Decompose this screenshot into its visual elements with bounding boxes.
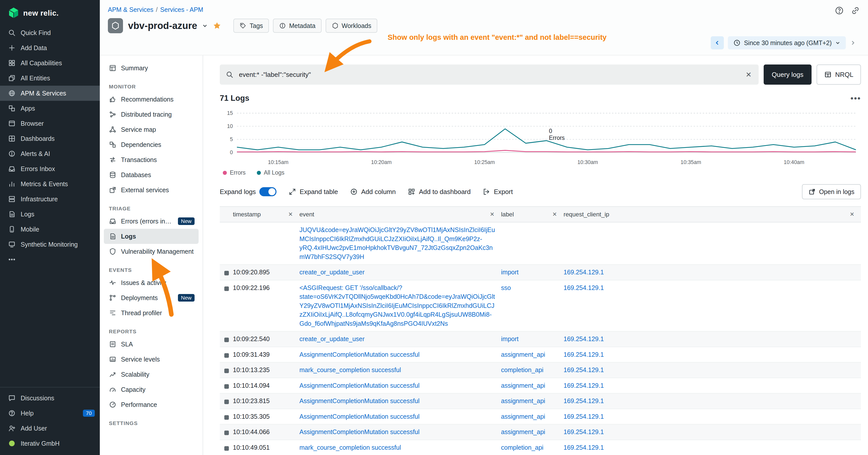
row-checkbox[interactable] xyxy=(224,399,229,404)
add-column-button[interactable]: Add column xyxy=(350,188,396,196)
log-table-row[interactable]: 10:10:14.094AssignmentCompletionMutation… xyxy=(220,378,861,394)
event-cell-link[interactable]: AssignmentCompletionMutation successful xyxy=(300,351,420,358)
time-picker[interactable]: Since 30 minutes ago (GMT+2) xyxy=(728,36,846,50)
event-cell-link[interactable]: create_or_update_user xyxy=(300,335,365,343)
sidebar-item-metrics-events[interactable]: Metrics & Events xyxy=(0,176,100,192)
label-cell-link[interactable]: assignment_api xyxy=(501,428,545,435)
new-relic-logo[interactable]: new relic. xyxy=(0,0,100,25)
log-table-row[interactable]: 10:09:22.540create_or_update_userimport1… xyxy=(220,331,861,347)
label-cell-link[interactable]: assignment_api xyxy=(501,351,545,358)
request-client-ip-cell-link[interactable]: 169.254.129.1 xyxy=(563,335,604,343)
sidebar-item-dashboards[interactable]: Dashboards xyxy=(0,131,100,146)
event-cell-link[interactable]: mark_course_completion successful xyxy=(300,444,401,451)
entity-nav-capacity[interactable]: Capacity xyxy=(104,382,198,397)
entity-nav-databases[interactable]: Databases xyxy=(104,167,198,183)
request-client-ip-cell-link[interactable]: 169.254.129.1 xyxy=(563,428,604,435)
event-cell-link[interactable]: AssignmentCompletionMutation successful xyxy=(300,413,420,420)
entity-nav-logs[interactable]: Logs xyxy=(104,229,198,244)
label-cell-link[interactable]: import xyxy=(501,335,519,343)
request-client-ip-cell-link[interactable]: 169.254.129.1 xyxy=(563,444,604,451)
logs-timeseries-chart[interactable]: 05101510:15am10:20am10:25am10:30am10:35a… xyxy=(220,108,861,167)
request-client-ip-cell-link[interactable]: 169.254.129.1 xyxy=(563,351,604,358)
workloads-button[interactable]: Workloads xyxy=(326,19,377,33)
event-cell-link[interactable]: mark_course_completion successful xyxy=(300,366,401,373)
row-checkbox[interactable] xyxy=(224,384,229,389)
more-options-icon[interactable]: ••• xyxy=(850,96,861,101)
entity-nav-sla[interactable]: SLA xyxy=(104,336,198,352)
open-in-logs-button[interactable]: Open in logs xyxy=(802,184,861,199)
add-to-dashboard-button[interactable]: Add to dashboard xyxy=(408,188,470,196)
entity-nav-dependencies[interactable]: Dependencies xyxy=(104,137,198,152)
entity-nav-recommendations[interactable]: Recommendations xyxy=(104,92,198,107)
sidebar-item-add-data[interactable]: Add Data xyxy=(0,40,100,56)
row-checkbox[interactable] xyxy=(224,368,229,373)
row-checkbox[interactable] xyxy=(224,353,229,358)
row-checkbox[interactable] xyxy=(224,287,229,291)
entity-nav-vulnerability-management[interactable]: Vulnerability Management xyxy=(104,244,198,259)
log-table-row[interactable]: 10:10:44.066AssignmentCompletionMutation… xyxy=(220,424,861,440)
sidebar-item-discussions[interactable]: Discussions xyxy=(0,390,100,405)
sidebar-item-errors-inbox[interactable]: Errors Inbox xyxy=(0,161,100,176)
entity-nav-deployments[interactable]: DeploymentsNew xyxy=(104,290,198,305)
label-cell-link[interactable]: assignment_api xyxy=(501,382,545,389)
row-checkbox[interactable] xyxy=(224,337,229,342)
log-query-input[interactable] xyxy=(238,70,740,79)
row-checkbox[interactable] xyxy=(224,415,229,420)
event-cell-link[interactable]: create_or_update_user xyxy=(300,268,365,275)
request-client-ip-cell-link[interactable]: 169.254.129.1 xyxy=(563,382,604,389)
label-cell-link[interactable]: assignment_api xyxy=(501,397,545,404)
entity-nav-thread-profiler[interactable]: Thread profiler xyxy=(104,305,198,321)
log-table-row[interactable]: 10:10:13.235mark_course_completion succe… xyxy=(220,362,861,378)
sidebar-item-more[interactable] xyxy=(0,252,100,267)
sidebar-item-apps[interactable]: Apps xyxy=(0,101,100,116)
log-table-row[interactable]: JUQVU&code=eyJraWQiOiJjcGltY29yZV8wOTl1M… xyxy=(220,223,861,265)
label-cell-link[interactable]: assignment_api xyxy=(501,413,545,420)
label-cell-link[interactable]: completion_api xyxy=(501,444,544,451)
entity-nav-issues-activity[interactable]: Issues & activity xyxy=(104,275,198,290)
remove-column-icon[interactable]: ✕ xyxy=(489,211,496,218)
entity-nav-service-map[interactable]: Service map xyxy=(104,122,198,137)
entity-chevron-down-icon[interactable] xyxy=(202,21,208,31)
query-logs-button[interactable]: Query logs xyxy=(764,65,811,85)
event-cell-link[interactable]: AssignmentCompletionMutation successful xyxy=(300,382,420,389)
metadata-button[interactable]: Metadata xyxy=(273,19,321,33)
export-button[interactable]: Export xyxy=(483,188,513,196)
entity-nav-transactions[interactable]: Transactions xyxy=(104,152,198,167)
help-circle-icon[interactable] xyxy=(835,6,844,15)
sidebar-item-iterativ-gmbh[interactable]: Iterativ GmbH xyxy=(0,436,100,451)
sidebar-item-apm-services[interactable]: APM & Services xyxy=(0,86,100,101)
legend-item-errors[interactable]: Errors xyxy=(223,169,246,176)
entity-nav-errors-errors-inb[interactable]: Errors (errors inb...New xyxy=(104,214,198,229)
expand-logs-toggle[interactable] xyxy=(259,187,277,196)
request-client-ip-cell-link[interactable]: 169.254.129.1 xyxy=(563,413,604,420)
entity-nav-service-levels[interactable]: Service levels xyxy=(104,352,198,367)
label-cell-link[interactable]: sso xyxy=(501,284,511,291)
event-cell-link[interactable]: JUQVU&code=eyJraWQiOiJjcGltY29yZV8wOTl1M… xyxy=(300,226,495,260)
row-checkbox[interactable] xyxy=(224,271,229,275)
sidebar-item-add-user[interactable]: Add User xyxy=(0,421,100,436)
legend-item-all-logs[interactable]: All Logs xyxy=(257,169,284,176)
log-table-row[interactable]: 10:09:22.196<ASGIRequest: GET '/sso/call… xyxy=(220,281,861,332)
sidebar-item-infrastructure[interactable]: Infrastructure xyxy=(0,192,100,206)
sidebar-item-help[interactable]: Help70 xyxy=(0,405,100,421)
sidebar-item-all-entities[interactable]: All Entities xyxy=(0,70,100,86)
breadcrumb-link-apm[interactable]: APM & Services xyxy=(108,6,154,13)
nrql-button[interactable]: NRQL xyxy=(816,65,861,85)
entity-nav-performance[interactable]: Performance xyxy=(104,397,198,412)
label-cell-link[interactable]: import xyxy=(501,268,519,275)
remove-column-icon[interactable]: ✕ xyxy=(848,211,856,218)
sidebar-item-browser[interactable]: Browser xyxy=(0,116,100,131)
event-cell-link[interactable]: AssignmentCompletionMutation successful xyxy=(300,397,420,404)
favorite-star-icon[interactable] xyxy=(213,22,221,30)
log-table-row[interactable]: 10:10:23.815AssignmentCompletionMutation… xyxy=(220,393,861,409)
sidebar-item-all-capabilities[interactable]: All Capabilities xyxy=(0,56,100,70)
sidebar-item-quick-find[interactable]: Quick Find xyxy=(0,25,100,40)
log-table-row[interactable]: 10:10:49.051mark_course_completion succe… xyxy=(220,440,861,455)
permalink-icon[interactable] xyxy=(851,6,860,15)
request-client-ip-cell-link[interactable]: 169.254.129.1 xyxy=(563,366,604,373)
request-client-ip-cell-link[interactable]: 169.254.129.1 xyxy=(563,397,604,404)
time-forward-button[interactable] xyxy=(850,40,856,46)
time-back-button[interactable] xyxy=(711,36,724,50)
row-checkbox[interactable] xyxy=(224,430,229,435)
event-cell-link[interactable]: <ASGIRequest: GET '/sso/callback/?state=… xyxy=(300,284,495,327)
